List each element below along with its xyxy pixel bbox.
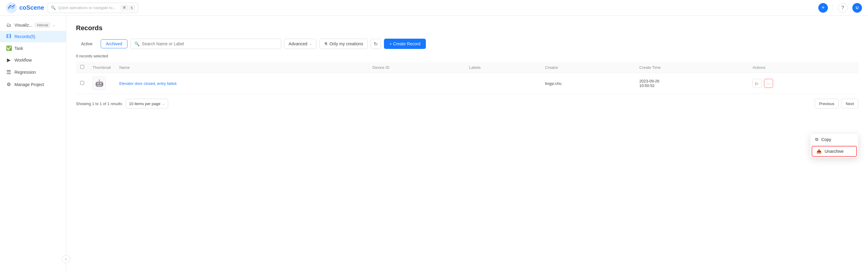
per-page-value: 10 items per page: [129, 102, 160, 106]
global-search[interactable]: 🔍 Quick operations or navigate to... ⌘ K: [48, 3, 138, 13]
th-create-time: Create Time: [635, 62, 748, 73]
sidebar-item-label-regression: Regression: [14, 70, 36, 75]
sidebar-item-workflow[interactable]: ▶ Workflow: [0, 54, 66, 66]
sidebar-item-task[interactable]: ✅ Task: [0, 42, 66, 54]
th-thumbnail: Thumbnail: [88, 62, 115, 73]
search-icon: 🔍: [51, 5, 56, 10]
row-checkbox-cell: [76, 73, 88, 94]
play-button[interactable]: ▷: [752, 79, 762, 88]
refresh-icon: ↻: [374, 41, 378, 47]
logo-icon: [6, 2, 17, 13]
table-header-row: Thumbnail Name Device ID Labels Creator …: [76, 62, 858, 73]
advanced-filter-button[interactable]: Advanced ⌄: [284, 39, 316, 49]
divider: [833, 4, 833, 11]
row-name-cell: Elevator door closed, entry failed.: [115, 73, 368, 94]
tab-archived[interactable]: Archived: [101, 39, 127, 48]
kbd-cmd: ⌘: [121, 5, 128, 10]
th-actions: Actions: [748, 62, 858, 73]
select-all-checkbox[interactable]: [80, 65, 84, 69]
row-creator-cell: lingyi.chu: [541, 73, 635, 94]
row-checkbox[interactable]: [80, 81, 84, 85]
kbd-group: ⌘ K: [121, 5, 135, 10]
logo-text: coScene: [19, 4, 44, 11]
sidebar-item-visualiz[interactable]: 🗂 Visualiz... Internal ⌄: [0, 19, 66, 31]
chevron-down-icon: ⌄: [309, 42, 312, 46]
sidebar-item-label-visualiz: Visualiz...: [14, 23, 33, 27]
records-icon: 🎞: [6, 34, 11, 39]
th-creator: Creator: [541, 62, 635, 73]
th-name: Name: [115, 62, 368, 73]
table-row: 🤖 Elevator door closed, entry failed. li…: [76, 73, 858, 94]
avatar-button[interactable]: U: [852, 3, 862, 13]
copy-icon: ⧉: [815, 137, 818, 142]
sidebar-item-label-manage-project: Manage Project: [14, 82, 44, 87]
search-name-label-input[interactable]: 🔍: [130, 39, 281, 49]
per-page-select[interactable]: 10 items per page ⌄: [126, 99, 168, 108]
sidebar-item-regression[interactable]: ☰ Regression: [0, 66, 66, 79]
row-actions-cell: ▷ ···: [748, 73, 858, 94]
gear-icon: ⚙: [6, 82, 11, 87]
sidebar-item-records[interactable]: 🎞 Records(5): [0, 31, 66, 42]
unarchive-icon: 📤: [816, 149, 822, 154]
records-selected-count: 0 records selected: [76, 54, 858, 58]
search-field[interactable]: [142, 42, 277, 46]
filter-icon: ⚗: [324, 42, 328, 46]
th-device-id: Device ID: [368, 62, 465, 73]
kbd-k: K: [129, 5, 135, 10]
next-button[interactable]: Next: [841, 99, 858, 108]
sidebar-collapse-button[interactable]: ‹: [62, 255, 70, 263]
row-labels-cell: [465, 73, 541, 94]
filter-bar: Active Archived 🔍 Advanced ⌄ ⚗ Only my c…: [76, 39, 858, 49]
actions-group: ▷ ···: [752, 79, 854, 88]
row-device-id-cell: [368, 73, 465, 94]
sidebar-item-label-task: Task: [14, 46, 23, 51]
only-my-creations-button[interactable]: ⚗ Only my creations: [319, 39, 368, 49]
record-name-link[interactable]: Elevator door closed, entry failed.: [119, 81, 178, 86]
refresh-button[interactable]: ↻: [371, 39, 381, 49]
thumbnail-box: 🤖: [93, 77, 106, 90]
sidebar-item-label-records: Records(5): [14, 34, 35, 39]
global-search-placeholder: Quick operations or navigate to...: [58, 5, 119, 10]
main-content: Records Active Archived 🔍 Advanced ⌄ ⚗ O…: [66, 16, 868, 273]
sidebar: 🗂 Visualiz... Internal ⌄ 🎞 Records(5) ✅ …: [0, 16, 66, 273]
internal-badge: Internal: [35, 23, 50, 27]
only-mine-label: Only my creations: [330, 42, 363, 46]
help-button[interactable]: ?: [838, 3, 847, 13]
prev-button[interactable]: Previous: [815, 99, 839, 108]
thumbnail-icon: 🤖: [95, 79, 103, 87]
search-icon: 🔍: [134, 42, 140, 46]
table-footer: Showing 1 to 1 of 1 results 10 items per…: [76, 99, 858, 108]
per-page-chevron-icon: ⌄: [162, 102, 165, 106]
pagination-buttons: Previous Next: [815, 99, 858, 108]
topnav: coScene 🔍 Quick operations or navigate t…: [0, 0, 868, 16]
unarchive-label: Unarchive: [825, 149, 844, 154]
create-record-button[interactable]: + Create Record: [384, 39, 426, 49]
play-icon: ▷: [755, 81, 758, 86]
chevron-down-icon: ⌄: [53, 23, 55, 27]
layout: 🗂 Visualiz... Internal ⌄ 🎞 Records(5) ✅ …: [0, 16, 868, 273]
sidebar-item-label-workflow: Workflow: [14, 58, 32, 62]
advanced-label: Advanced: [289, 42, 307, 46]
workflow-icon: ▶: [6, 57, 11, 63]
page-title: Records: [76, 24, 858, 32]
tab-active[interactable]: Active: [76, 39, 98, 48]
nav-actions: + ? U: [818, 3, 862, 13]
add-button[interactable]: +: [818, 3, 828, 13]
table-header: Thumbnail Name Device ID Labels Creator …: [76, 62, 858, 73]
context-menu: ⧉ Copy 📤 Unarchive: [810, 134, 858, 158]
sidebar-item-manage-project[interactable]: ⚙ Manage Project: [0, 79, 66, 90]
showing-text: Showing 1 to 1 of 1 results: [76, 102, 122, 106]
regression-icon: ☰: [6, 69, 11, 76]
context-menu-item-copy[interactable]: ⧉ Copy: [810, 134, 858, 145]
records-table: Thumbnail Name Device ID Labels Creator …: [76, 62, 858, 94]
th-labels: Labels: [465, 62, 541, 73]
folder-icon: 🗂: [6, 22, 11, 28]
more-actions-button[interactable]: ···: [764, 79, 773, 88]
row-thumbnail-cell: 🤖: [88, 73, 115, 94]
ellipsis-icon: ···: [767, 81, 770, 86]
table-body: 🤖 Elevator door closed, entry failed. li…: [76, 73, 858, 94]
task-icon: ✅: [6, 45, 11, 51]
logo: coScene: [6, 2, 44, 13]
copy-label: Copy: [821, 137, 831, 142]
context-menu-item-unarchive[interactable]: 📤 Unarchive: [812, 146, 857, 157]
